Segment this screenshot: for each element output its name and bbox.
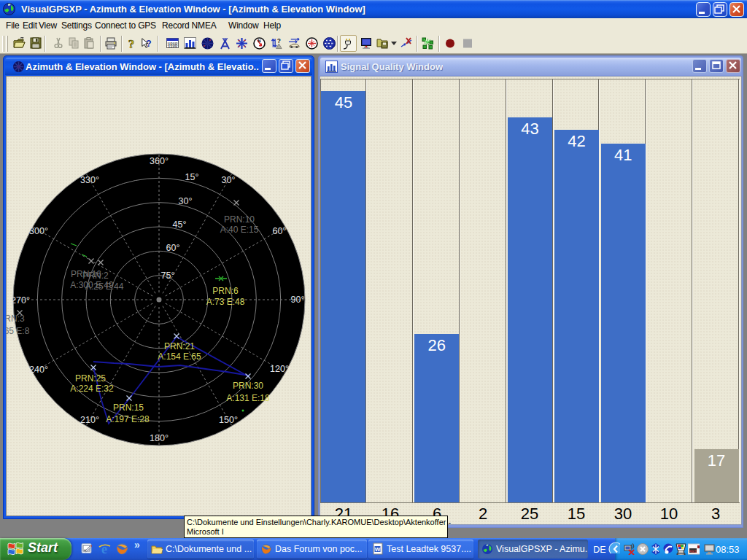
svg-text:PRN:21: PRN:21	[164, 341, 195, 351]
svg-text:45°: 45°	[173, 219, 187, 230]
svg-text:W: W	[375, 546, 381, 553]
svg-text:270°: 270°	[11, 295, 30, 306]
svg-text:A:25 E:44: A:25 E:44	[85, 281, 124, 292]
svg-text:PRN:6: PRN:6	[212, 286, 239, 296]
svg-text:330°: 330°	[80, 175, 99, 185]
svg-text:PRN:2: PRN:2	[82, 271, 109, 281]
svg-text:180°: 180°	[150, 433, 169, 443]
svg-text:PRN:10: PRN:10	[224, 214, 255, 225]
svg-text:60°: 60°	[166, 243, 180, 253]
svg-text:30°: 30°	[179, 196, 193, 206]
svg-text:PRN:25: PRN:25	[75, 373, 106, 384]
svg-text:A:131 E:18: A:131 E:18	[226, 393, 270, 403]
svg-text:300°: 300°	[29, 226, 48, 236]
svg-text:90°: 90°	[291, 295, 305, 305]
svg-text:15°: 15°	[185, 172, 199, 182]
svg-text:481: 481	[689, 549, 697, 554]
svg-text:A:265 E:8: A:265 E:8	[7, 326, 30, 336]
svg-text:150°: 150°	[219, 415, 238, 425]
svg-text:120°: 120°	[270, 364, 289, 374]
svg-text:A:73 E:48: A:73 E:48	[206, 297, 245, 307]
svg-text:A:224 E:32: A:224 E:32	[70, 384, 114, 394]
svg-text:75°: 75°	[161, 271, 175, 281]
svg-text:A:40 E:15: A:40 E:15	[220, 225, 259, 235]
svg-text:1100: 1100	[168, 44, 177, 49]
svg-text:PRN:3: PRN:3	[7, 314, 25, 324]
svg-text:A:154 E:65: A:154 E:65	[158, 351, 201, 362]
svg-text:PRN:30: PRN:30	[233, 381, 263, 391]
svg-text:30°: 30°	[222, 175, 236, 185]
svg-text:e: e	[101, 542, 107, 556]
svg-text:N: N	[258, 39, 260, 43]
svg-text:210°: 210°	[80, 415, 99, 425]
svg-text:60°: 60°	[273, 226, 287, 236]
svg-text:360°: 360°	[150, 156, 169, 166]
svg-text:?: ?	[128, 37, 135, 50]
svg-text:240°: 240°	[29, 365, 48, 375]
svg-text:A:197 E:28: A:197 E:28	[106, 414, 150, 424]
svg-text:PRN:15: PRN:15	[113, 402, 144, 413]
